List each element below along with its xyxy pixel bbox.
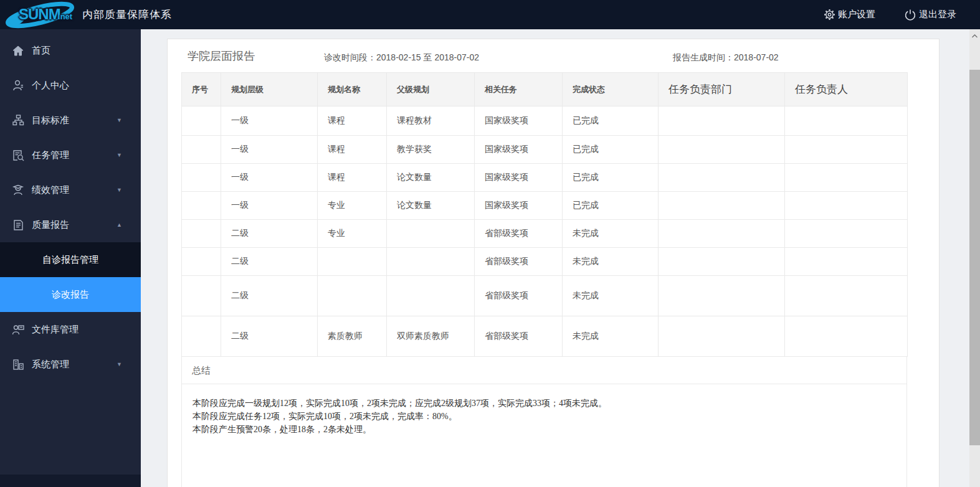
table-cell: 课程	[318, 164, 387, 192]
table-cell: 二级	[221, 220, 318, 248]
sidebar-item-task-management[interactable]: 任务管理 ▼	[0, 138, 141, 173]
table-row: 一级课程课程教材国家级奖项已完成	[182, 106, 908, 136]
table-cell: 国家级奖项	[475, 136, 563, 164]
account-settings-button[interactable]: 账户设置	[824, 9, 875, 21]
table-cell	[182, 220, 221, 248]
table-cell	[182, 248, 221, 276]
logout-button[interactable]: 退出登录	[904, 9, 956, 21]
summary-line: 本阶段应完成一级规划12项，实际完成10项，2项未完成；应完成2级规划37项，实…	[193, 397, 897, 410]
table-cell: 国家级奖项	[475, 192, 563, 220]
table-cell	[785, 316, 908, 357]
table-cell: 一级	[221, 136, 318, 164]
table-cell	[387, 248, 475, 276]
logo-brand: SUNM	[19, 6, 60, 22]
table-cell: 国家级奖项	[475, 106, 563, 136]
report-generated-label: 报告生成时间：	[673, 52, 734, 62]
diagnosis-period-value: 2018-02-15 至 2018-07-02	[376, 52, 479, 62]
power-icon	[904, 9, 916, 21]
table-row: 二级省部级奖项未完成	[182, 248, 908, 276]
table-cell: 课程	[318, 106, 387, 136]
account-settings-label: 账户设置	[838, 9, 875, 21]
table-cell	[182, 316, 221, 357]
report-icon	[11, 219, 25, 231]
sidebar-item-file-library[interactable]: 文件库管理	[0, 312, 141, 347]
app-title: 内部质量保障体系	[82, 7, 172, 22]
table-cell: 国家级奖项	[475, 164, 563, 192]
table-cell	[659, 136, 785, 164]
table-cell: 一级	[221, 192, 318, 220]
table-cell	[387, 276, 475, 316]
page-title: 学院层面报告	[188, 49, 255, 64]
table-cell: 论文数量	[387, 164, 475, 192]
table-cell: 教学获奖	[387, 136, 475, 164]
table-cell	[785, 164, 908, 192]
submenu-item-self-diagnosis-report[interactable]: 自诊报告管理	[0, 242, 141, 277]
task-search-icon	[11, 149, 25, 161]
sidebar-item-home[interactable]: 首页	[0, 33, 141, 68]
table-cell: 省部级奖项	[475, 276, 563, 316]
sidebar-item-performance-management[interactable]: 绩效管理 ▼	[0, 173, 141, 207]
vertical-scrollbar[interactable]	[969, 29, 980, 487]
table-row: 二级省部级奖项未完成	[182, 276, 908, 316]
table-cell: 二级	[221, 248, 318, 276]
sidebar-item-personal-center[interactable]: 个人中心	[0, 68, 141, 103]
table-cell	[182, 192, 221, 220]
performance-icon	[11, 184, 25, 196]
scrollbar-thumb[interactable]	[969, 70, 980, 445]
table-cell: 素质教师	[318, 316, 387, 357]
table-cell	[785, 220, 908, 248]
table-cell: 课程教材	[387, 106, 475, 136]
table-cell: 专业	[318, 192, 387, 220]
sidebar-item-label: 文件库管理	[32, 324, 78, 336]
table-row: 一级课程论文数量国家级奖项已完成	[182, 164, 908, 192]
sidebar-item-label: 个人中心	[32, 80, 69, 92]
table-cell	[785, 106, 908, 136]
scrollbar-up-button[interactable]	[969, 32, 980, 40]
column-header: 相关任务	[475, 73, 563, 106]
sidebar-item-target-standards[interactable]: 目标标准 ▼	[0, 103, 141, 138]
sidebar-item-quality-report[interactable]: 质量报告 ▲	[0, 207, 141, 242]
table-cell: 二级	[221, 316, 318, 357]
table-cell: 一级	[221, 164, 318, 192]
table-cell: 未完成	[563, 316, 659, 357]
quality-report-submenu: 自诊报告管理 诊改报告	[0, 242, 141, 312]
table-cell	[785, 248, 908, 276]
file-user-icon	[11, 323, 25, 336]
main-content: 学院层面报告 诊改时间段：2018-02-15 至 2018-07-02 报告生…	[141, 29, 980, 487]
buildings-icon	[11, 358, 25, 371]
summary-line: 本阶段应完成任务12项，实际完成10项，2项未完成，完成率：80%。	[193, 410, 897, 423]
logo-text: SUNMnet	[19, 6, 72, 23]
table-cell	[659, 316, 785, 357]
logout-label: 退出登录	[919, 9, 956, 21]
table-cell: 未完成	[563, 276, 659, 316]
gear-icon	[824, 9, 835, 21]
table-cell: 未完成	[563, 248, 659, 276]
user-icon	[11, 79, 25, 92]
column-header: 规划层级	[221, 73, 318, 106]
sunm-logo[interactable]: SUNMnet	[4, 0, 80, 29]
chevron-up-icon: ▲	[117, 222, 122, 228]
plan-report-table: 序号规划层级规划名称父级规划相关任务完成状态任务负责部门任务负责人 一级课程课程…	[181, 72, 908, 357]
table-cell: 课程	[318, 136, 387, 164]
chevron-down-icon: ▼	[117, 152, 122, 158]
column-header: 任务负责部门	[659, 73, 785, 106]
submenu-item-diagnosis-improvement-report[interactable]: 诊改报告	[0, 277, 141, 312]
diagnosis-period: 诊改时间段：2018-02-15 至 2018-07-02	[324, 52, 479, 64]
table-row: 一级专业论文数量国家级奖项已完成	[182, 192, 908, 220]
table-cell	[785, 192, 908, 220]
chevron-down-icon: ▼	[117, 187, 122, 193]
sidebar-menu: 首页 个人中心	[0, 29, 141, 382]
table-header-row: 序号规划层级规划名称父级规划相关任务完成状态任务负责部门任务负责人	[182, 73, 908, 106]
report-header: 学院层面报告 诊改时间段：2018-02-15 至 2018-07-02 报告生…	[168, 39, 939, 72]
column-header: 父级规划	[387, 73, 475, 106]
table-cell: 专业	[318, 220, 387, 248]
sidebar-item-system-management[interactable]: 系统管理 ▼	[0, 347, 141, 382]
summary-title: 总结	[181, 357, 907, 384]
table-cell: 二级	[221, 276, 318, 316]
table-cell	[659, 192, 785, 220]
sidebar: 首页 个人中心	[0, 29, 141, 487]
table-row: 一级课程教学获奖国家级奖项已完成	[182, 136, 908, 164]
column-header: 序号	[182, 73, 221, 106]
diagnosis-period-label: 诊改时间段：	[324, 52, 376, 62]
logo-suffix: net	[60, 12, 73, 21]
